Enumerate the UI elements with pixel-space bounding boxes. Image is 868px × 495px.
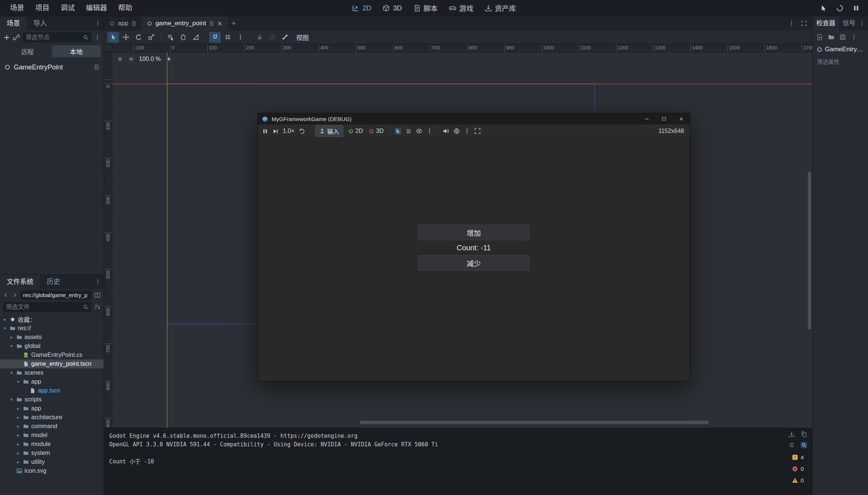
attached-script-icon[interactable] [94, 64, 100, 70]
load-resource-icon[interactable] [828, 34, 835, 40]
rotate-tool-button[interactable] [133, 32, 144, 43]
view-menu-button[interactable]: 视图 [292, 33, 313, 42]
close-tab-icon[interactable] [217, 21, 223, 26]
sort-files-icon[interactable] [94, 304, 101, 310]
tree-collapsed-arrow-icon[interactable]: ▸ [16, 442, 21, 447]
fullscreen-icon[interactable] [474, 128, 481, 134]
visibility-icon[interactable] [416, 128, 422, 134]
local-button[interactable]: 本地 [52, 45, 101, 57]
next-frame-icon[interactable] [272, 128, 279, 134]
input-mode-button[interactable]: 输入 [315, 125, 343, 137]
menubar-menu-editor[interactable]: 编辑器 [80, 0, 113, 16]
select-tool-button[interactable] [107, 32, 119, 43]
vertical-scrollbar[interactable] [808, 172, 811, 329]
camera-3d-button[interactable]: 3D [368, 128, 384, 134]
zoom-in-icon[interactable] [165, 55, 172, 63]
fs-item-item-0[interactable]: ▸收藏： [0, 315, 104, 324]
fs-item-scenes[interactable]: ▾scenes [0, 368, 104, 377]
menubar-menu-project[interactable]: 项目 [30, 0, 55, 16]
log-search-icon[interactable] [801, 442, 807, 448]
camera-2d-button[interactable]: 2D [347, 128, 364, 134]
tree-collapsed-arrow-icon[interactable]: ▸ [9, 335, 14, 340]
workspace-tab-3d[interactable]: 3D [382, 4, 402, 12]
tab-import[interactable]: 导入 [27, 16, 54, 30]
pan-tool-button[interactable] [177, 32, 189, 43]
tab-filesystem[interactable]: 文件系统 [0, 275, 40, 289]
log-filter-icon[interactable] [788, 442, 795, 448]
fs-item-game-entry-point-tscn[interactable]: game_entry_point.tscn [0, 359, 104, 368]
fs-item-app-tscn[interactable]: app.tscn [0, 386, 104, 395]
instance-scene-icon[interactable] [13, 34, 20, 41]
audio-mute-icon[interactable] [443, 128, 449, 134]
split-view-icon[interactable] [94, 292, 101, 299]
canvas-viewport[interactable]: 100.0 % MyGFrameworkGame (DEBUG) [112, 52, 812, 428]
list-select-button[interactable] [165, 32, 176, 43]
tree-expanded-arrow-icon[interactable]: ▾ [2, 326, 7, 331]
fs-item-command[interactable]: ▸command [0, 422, 104, 431]
fs-item-module[interactable]: ▸module [0, 440, 104, 449]
update-spinner-icon[interactable] [836, 4, 843, 12]
fs-item-res[interactable]: ▾res:// [0, 324, 104, 333]
resource-options-icon[interactable] [851, 34, 857, 40]
fs-item-model[interactable]: ▸model [0, 431, 104, 440]
pause-game-icon[interactable] [852, 4, 860, 12]
copy-log-icon[interactable] [801, 431, 807, 437]
tree-expanded-arrow-icon[interactable]: ▾ [9, 370, 14, 375]
fs-item-app[interactable]: ▾app [0, 377, 104, 386]
path-input[interactable] [23, 292, 88, 298]
tab-scene[interactable]: 场景 [0, 16, 27, 30]
tab-history[interactable]: 历史 [40, 275, 67, 289]
fs-item-architecture[interactable]: ▸architecture [0, 413, 104, 422]
snap-options-button[interactable] [234, 32, 246, 43]
debugger-badge-2[interactable]: 0 [792, 477, 804, 483]
menubar-menu-scene[interactable]: 场景 [4, 0, 30, 16]
menubar-menu-help[interactable]: 帮助 [113, 0, 138, 16]
save-resource-icon[interactable] [839, 34, 846, 40]
scene-filter-input[interactable] [26, 34, 81, 41]
fs-item-assets[interactable]: ▸assets [0, 333, 104, 342]
scene-tree-options-icon[interactable] [94, 35, 100, 40]
reset-speed-icon[interactable] [299, 128, 305, 134]
debug-options-icon[interactable] [453, 128, 460, 134]
scene-dock-menu-icon[interactable] [95, 20, 101, 26]
file-filter-input[interactable] [6, 304, 81, 310]
fs-item-app[interactable]: ▸app [0, 404, 104, 413]
workspace-tab-assetlib[interactable]: 资产库 [485, 3, 516, 13]
horizontal-scrollbar[interactable] [360, 421, 709, 424]
selection-list-icon[interactable] [405, 128, 412, 134]
tree-collapsed-arrow-icon[interactable]: ▸ [16, 424, 21, 429]
zoom-out-icon[interactable] [127, 55, 135, 63]
inspector-menu-icon[interactable] [859, 20, 865, 26]
tree-collapsed-arrow-icon[interactable]: ▸ [16, 459, 21, 465]
tree-collapsed-arrow-icon[interactable]: ▸ [16, 406, 21, 411]
tab-inspector[interactable]: 检查器 [813, 16, 839, 30]
game-pick-icon[interactable] [820, 4, 827, 12]
scale-tool-button[interactable] [145, 32, 157, 43]
game-window[interactable]: MyGFrameworkGame (DEBUG) 1.0× 输 [258, 113, 690, 381]
speed-label[interactable]: 1.0× [283, 128, 295, 134]
lock-node-button[interactable] [254, 32, 265, 43]
tree-expanded-arrow-icon[interactable]: ▾ [16, 379, 21, 384]
fs-item-scripts[interactable]: ▾scripts [0, 395, 104, 404]
remote-button[interactable]: 远程 [3, 45, 52, 57]
fs-item-system[interactable]: ▸system [0, 449, 104, 457]
fs-item-global[interactable]: ▾global [0, 342, 104, 351]
center-view-icon[interactable] [117, 56, 123, 62]
close-button[interactable] [673, 113, 690, 124]
smart-snap-button[interactable] [209, 32, 221, 43]
scene-tab-game-entry-point[interactable]: game_entry_point [142, 16, 228, 30]
grid-snap-button[interactable] [222, 32, 233, 43]
tree-node-gameentrypoint[interactable]: GameEntryPoint [0, 61, 104, 73]
game-window-titlebar[interactable]: MyGFrameworkGame (DEBUG) [258, 113, 690, 124]
tree-expanded-arrow-icon[interactable]: ▾ [9, 397, 14, 402]
tree-collapsed-arrow-icon[interactable]: ▸ [2, 317, 7, 322]
workspace-tab-game[interactable]: 游戏 [449, 3, 473, 13]
tree-collapsed-arrow-icon[interactable]: ▸ [16, 415, 21, 420]
fs-item-gameentrypoint-cs[interactable]: C#GameEntryPoint.cs [0, 351, 104, 359]
move-tool-button[interactable] [120, 32, 132, 43]
nav-back-icon[interactable] [3, 292, 9, 298]
ruler-tool-button[interactable] [190, 32, 201, 43]
inspector-filter-input[interactable]: 筛选属性 [816, 56, 865, 66]
new-scene-tab-icon[interactable] [231, 20, 237, 26]
debugger-badge-1[interactable]: 0 [792, 466, 804, 472]
